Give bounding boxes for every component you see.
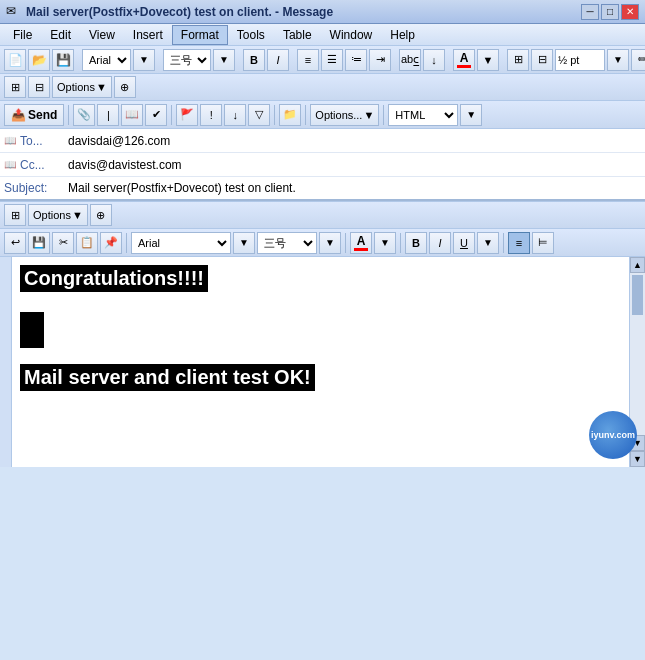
font-family-select-2[interactable]: Arial [131, 232, 231, 254]
font-dropdown-btn[interactable]: ▼ [133, 49, 155, 71]
menu-bar: File Edit View Insert Format Tools Table… [0, 24, 645, 46]
grid-btn2[interactable]: ⊞ [4, 204, 26, 226]
expand-btn-2[interactable]: ⊕ [90, 204, 112, 226]
sep9: | [97, 104, 119, 126]
save-btn[interactable]: 💾 [52, 49, 74, 71]
undo-btn[interactable]: ↩ [4, 232, 26, 254]
subject-row: Subject: [0, 177, 645, 201]
menu-tools[interactable]: Tools [228, 25, 274, 45]
paste-btn[interactable]: 📌 [100, 232, 122, 254]
subject-label: Subject: [4, 181, 64, 195]
options-label-1: Options [57, 81, 95, 93]
table-btn[interactable]: ⊞ [507, 49, 529, 71]
arrow-btn[interactable]: ↓ [423, 49, 445, 71]
menu-window[interactable]: Window [321, 25, 382, 45]
font-size-select[interactable]: 三号 [163, 49, 211, 71]
menu-view[interactable]: View [80, 25, 124, 45]
font-color-arrow-2[interactable]: ▼ [374, 232, 396, 254]
filter-btn[interactable]: ▽ [248, 104, 270, 126]
email-body[interactable]: Congratulations!!!! Mail server and clie… [12, 257, 629, 467]
send-label: Send [28, 108, 57, 122]
table2-btn[interactable]: ⊟ [531, 49, 553, 71]
format-dropdown-btn[interactable]: ▼ [460, 104, 482, 126]
underline-btn-2[interactable]: U [453, 232, 475, 254]
sep14 [126, 233, 127, 253]
open-btn[interactable]: 📂 [28, 49, 50, 71]
indent-btn[interactable]: ⇥ [369, 49, 391, 71]
options-btn-1[interactable]: Options ▼ [52, 76, 112, 98]
send-button[interactable]: 📤 Send [4, 104, 64, 126]
toolbar-options-1: ⊞ ⊟ Options ▼ ⊕ [0, 74, 645, 101]
font-color-btn[interactable]: A [453, 49, 475, 71]
copy-btn[interactable]: 📋 [76, 232, 98, 254]
options-arrow-3: ▼ [72, 209, 83, 221]
menu-edit[interactable]: Edit [41, 25, 80, 45]
options-strip-2: ⊞ Options ▼ ⊕ [0, 202, 645, 229]
watermark: iyunv.com [589, 411, 637, 459]
scroll-up-btn[interactable]: ▲ [630, 257, 645, 273]
grid-btn[interactable]: ⊞ [4, 76, 26, 98]
addr-book-btn[interactable]: 📖 [121, 104, 143, 126]
menu-format[interactable]: Format [172, 25, 228, 45]
body-line-2: Mail server and client test OK! [20, 364, 315, 391]
down-btn[interactable]: ↓ [224, 104, 246, 126]
size-dropdown-btn-2[interactable]: ▼ [319, 232, 341, 254]
pt-dropdown-btn[interactable]: ▼ [607, 49, 629, 71]
subject-input[interactable] [64, 181, 641, 195]
redo-btn[interactable]: 💾 [28, 232, 50, 254]
highlight-btn[interactable]: ▼ [477, 49, 499, 71]
font-family-select[interactable]: Arial [82, 49, 131, 71]
options-label-2: Options... [315, 109, 362, 121]
font-dropdown-btn-2[interactable]: ▼ [233, 232, 255, 254]
new-btn[interactable]: 📄 [4, 49, 26, 71]
check-btn[interactable]: ✔ [145, 104, 167, 126]
cut-btn[interactable]: ✂ [52, 232, 74, 254]
bold-btn[interactable]: B [243, 49, 265, 71]
scroll-thumb[interactable] [632, 275, 643, 315]
options-arrow-2: ▼ [363, 109, 374, 121]
format-select[interactable]: HTML [388, 104, 458, 126]
align-left-btn-2[interactable]: ≡ [508, 232, 530, 254]
underline-arrow-2[interactable]: ▼ [477, 232, 499, 254]
font-color-btn-2[interactable]: A [350, 232, 372, 254]
expand-btn-1[interactable]: ⊕ [114, 76, 136, 98]
window-controls: ─ □ ✕ [581, 4, 639, 20]
menu-file[interactable]: File [4, 25, 41, 45]
pt-input[interactable] [555, 49, 605, 71]
options-label-3: Options [33, 209, 71, 221]
to-input[interactable] [64, 134, 641, 148]
bold-btn-2[interactable]: B [405, 232, 427, 254]
options-btn-2[interactable]: Options... ▼ [310, 104, 379, 126]
options-arrow-1: ▼ [96, 81, 107, 93]
flag-btn[interactable]: 🚩 [176, 104, 198, 126]
abc-btn[interactable]: abc̲ [399, 49, 421, 71]
excl-btn[interactable]: ! [200, 104, 222, 126]
pencil-btn[interactable]: ✏ [631, 49, 645, 71]
attach-btn[interactable]: 📎 [73, 104, 95, 126]
list2-btn[interactable]: ≔ [345, 49, 367, 71]
italic-btn-2[interactable]: I [429, 232, 451, 254]
menu-help[interactable]: Help [381, 25, 424, 45]
menu-table[interactable]: Table [274, 25, 321, 45]
font-size-select-2[interactable]: 三号 [257, 232, 317, 254]
sep17 [503, 233, 504, 253]
watermark-logo: iyunv.com [589, 411, 637, 459]
grid2-btn[interactable]: ⊟ [28, 76, 50, 98]
title-bar: ✉ Mail server(Postfix+Dovecot) test on c… [0, 0, 645, 24]
list-btn[interactable]: ☰ [321, 49, 343, 71]
minimize-button[interactable]: ─ [581, 4, 599, 20]
align-left-btn[interactable]: ≡ [297, 49, 319, 71]
options-btn-3[interactable]: Options ▼ [28, 204, 88, 226]
align-right-btn-2[interactable]: ⊨ [532, 232, 554, 254]
sep13 [383, 105, 384, 125]
cc-row: 📖 Cc... [0, 153, 645, 177]
italic-btn[interactable]: I [267, 49, 289, 71]
sep12 [305, 105, 306, 125]
window-title: Mail server(Postfix+Dovecot) test on cli… [26, 5, 581, 19]
menu-insert[interactable]: Insert [124, 25, 172, 45]
restore-button[interactable]: □ [601, 4, 619, 20]
close-button[interactable]: ✕ [621, 4, 639, 20]
size-dropdown-btn[interactable]: ▼ [213, 49, 235, 71]
cc-input[interactable] [64, 158, 641, 172]
folder-btn[interactable]: 📁 [279, 104, 301, 126]
